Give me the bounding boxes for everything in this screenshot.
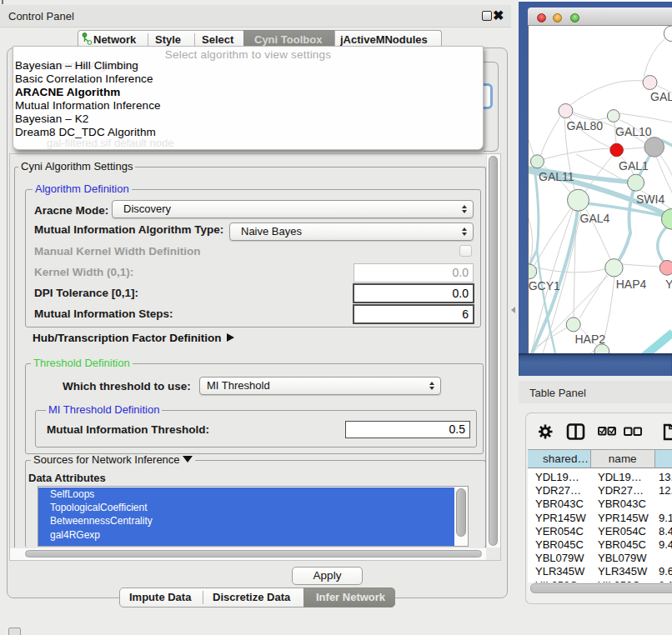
svg-text:GCY1: GCY1 — [529, 279, 560, 292]
svg-text:GAL11: GAL11 — [539, 170, 574, 183]
svg-text:GAL4: GAL4 — [580, 212, 610, 225]
svg-text:HAP4: HAP4 — [616, 278, 647, 291]
svg-text:SWI4: SWI4 — [636, 192, 664, 206]
svg-text:GAL7: GAL7 — [650, 90, 672, 103]
svg-text:Y: Y — [665, 278, 672, 291]
svg-text:GAL1: GAL1 — [619, 159, 649, 172]
svg-text:GAL80: GAL80 — [567, 119, 604, 132]
svg-text:HAP2: HAP2 — [575, 332, 606, 346]
svg-text:GAL10: GAL10 — [615, 125, 652, 138]
